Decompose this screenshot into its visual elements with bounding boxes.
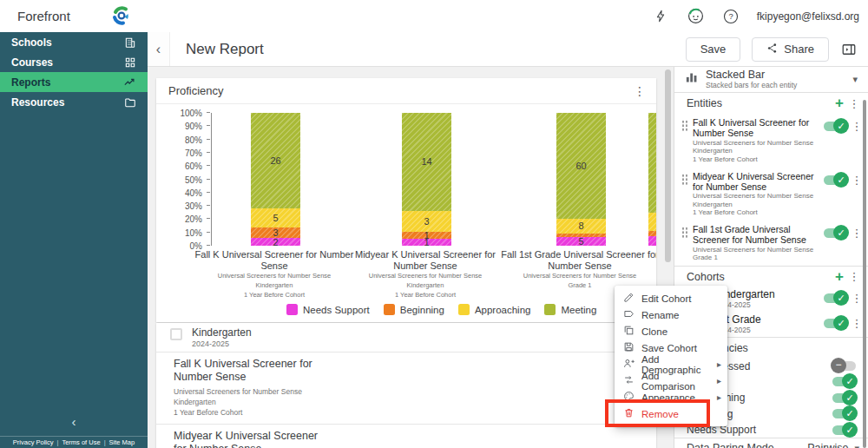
sidebar-item-courses[interactable]: Courses	[0, 52, 148, 72]
menu-item-appearance[interactable]: Appearance ▸	[615, 389, 727, 405]
chart-kebab-menu-icon[interactable]: ⋮	[634, 84, 646, 98]
cohort-checkbox[interactable]	[170, 328, 182, 340]
menu-item-rename[interactable]: Rename	[615, 306, 727, 323]
entity-kebab-menu-icon[interactable]: ⋮	[851, 227, 863, 240]
proficiency-toggle[interactable]	[832, 361, 856, 371]
assessment-row-sub: Kindergarten	[174, 398, 656, 408]
legend-swatch	[286, 304, 298, 315]
entity-visibility-toggle[interactable]	[824, 175, 847, 185]
entity-item[interactable]: Midyear K Universal Screener for Number …	[674, 168, 868, 221]
entities-kebab-menu-icon[interactable]: ⋮	[847, 97, 861, 110]
entity-kebab-menu-icon[interactable]: ⋮	[851, 120, 863, 133]
add-entity-button[interactable]: +	[832, 95, 847, 112]
footer-link[interactable]: Terms of Use	[62, 438, 105, 446]
pencil-icon	[623, 292, 635, 305]
sidebar-item-schools[interactable]: Schools	[0, 32, 148, 52]
cohort-text: Kindergarten 2024-2025	[715, 289, 820, 309]
entity-title: Fall 1st Grade Universal Screener for Nu…	[693, 224, 814, 246]
submenu-arrow-icon: ▸	[717, 392, 721, 402]
entity-visibility-toggle[interactable]	[824, 228, 847, 238]
bar-segment-approaching: 5	[251, 208, 300, 227]
toggle-panel-icon[interactable]	[840, 41, 858, 58]
share-button[interactable]: Share	[752, 37, 829, 62]
bar-segment-meeting: 26	[251, 113, 300, 208]
data-pairing-select[interactable]: Pairwise ▾	[807, 442, 859, 448]
chart-plot-area: 23526113145860	[211, 113, 656, 246]
main-scrollbar-thumb[interactable]	[665, 69, 671, 262]
stacked-bar: 5860	[556, 113, 606, 246]
y-tick-mark	[207, 245, 210, 246]
proficiency-toggle[interactable]	[832, 409, 856, 418]
entity-item[interactable]: Fall 1st Grade Universal Screener for Nu…	[674, 221, 868, 266]
cohort-sub: 2024-2025	[715, 326, 820, 334]
panel-scrollbar-thumb[interactable]	[863, 100, 866, 448]
sidebar-footer: Privacy PolicyTerms of UseSite Map	[0, 436, 148, 448]
lightning-icon[interactable]	[653, 8, 670, 25]
cohort-kebab-menu-icon[interactable]: ⋮	[851, 317, 863, 330]
sidebar-item-reports[interactable]: Reports	[0, 72, 148, 92]
proficiency-toggle[interactable]	[832, 393, 856, 403]
x-axis-label-sub: Universal Screeners for Number Sense	[343, 272, 508, 281]
entities-header-label: Entities	[687, 97, 722, 109]
menu-item-clone[interactable]: Clone	[615, 323, 727, 339]
cohort-row-text: Kindergarten 2024-2025	[192, 327, 252, 348]
bar-segment-needs-support: 5	[556, 237, 606, 246]
cohort-visibility-toggle[interactable]	[824, 293, 847, 303]
drag-handle-icon[interactable]	[681, 174, 688, 185]
x-axis-label-title: Fall 1st Grade Universal Screener for Nu…	[497, 249, 656, 272]
footer-link[interactable]: Site Map	[109, 438, 135, 446]
entities-list: Fall K Universal Screener for Number Sen…	[674, 114, 868, 266]
legend-label: Needs Support	[303, 305, 370, 315]
cohort-kebab-menu-icon[interactable]: ⋮	[851, 292, 863, 305]
footer-link[interactable]: Privacy Policy	[13, 438, 59, 446]
bar-segment-needs-support	[648, 236, 656, 246]
drag-handle-icon[interactable]	[681, 120, 688, 131]
sidebar-item-resources[interactable]: Resources	[0, 92, 148, 112]
menu-item-label: Remove	[641, 409, 679, 419]
drag-handle-icon[interactable]	[681, 227, 688, 238]
menu-item-add-comparison[interactable]: Add Comparison ▸	[615, 372, 727, 389]
entity-visibility-toggle[interactable]	[824, 122, 847, 131]
chart-legend: Needs Support Beginning Approaching	[286, 304, 656, 315]
x-axis-label-sub: Universal Screeners for Number Sense	[192, 272, 357, 281]
bar-segment-beginning: 1	[402, 232, 451, 239]
help-icon[interactable]: ?	[722, 8, 740, 25]
menu-item-edit-cohort[interactable]: Edit Cohort	[615, 290, 727, 306]
x-axis-label-sub: Kindergarten	[192, 281, 357, 291]
menu-item-label: Clone	[641, 326, 667, 337]
assessment-list-row[interactable]: Midyear K Universal Screener for Number …	[156, 425, 656, 448]
submenu-arrow-icon: ▸	[717, 359, 721, 369]
cohort-list-row[interactable]: Kindergarten 2024-2025	[156, 323, 656, 352]
menu-item-remove[interactable]: Remove	[615, 405, 727, 422]
share-label: Share	[784, 43, 814, 56]
entity-kebab-menu-icon[interactable]: ⋮	[851, 174, 863, 187]
proficiency-toggle[interactable]	[832, 377, 856, 386]
y-tick-mark	[207, 205, 210, 206]
toolbar-actions: Save Share	[686, 37, 868, 62]
entity-text: Fall 1st Grade Universal Screener for Nu…	[693, 224, 820, 262]
cohorts-kebab-menu-icon[interactable]: ⋮	[847, 270, 861, 283]
y-tick-label: 20%	[185, 214, 202, 224]
app-root: Forefront	[0, 0, 868, 448]
save-button[interactable]: Save	[686, 37, 741, 62]
y-tick-mark	[207, 232, 210, 233]
assessment-list-row[interactable]: Fall K Universal Screener for Number Sen…	[156, 352, 656, 425]
user-email[interactable]: fkipyegon@felixsd.org	[757, 10, 859, 23]
entities-section-header: Entities + ⋮	[674, 93, 868, 114]
back-button[interactable]: ‹	[148, 32, 170, 66]
cohort-visibility-toggle[interactable]	[824, 319, 847, 328]
chart-type-select[interactable]: Stacked Bar Stacked bars for each entity…	[674, 67, 868, 93]
menu-item-label: Edit Cohort	[641, 293, 692, 304]
y-tick-label: 40%	[185, 188, 202, 197]
add-cohort-button[interactable]: +	[832, 268, 847, 286]
x-axis-label-title: Fall K Universal Screener for Number Sen…	[192, 249, 357, 272]
sidebar-collapse-chevron[interactable]: ‹	[0, 414, 148, 429]
y-tick-label: 30%	[185, 201, 202, 211]
y-tick-label: 70%	[185, 148, 202, 157]
cohort-text: 1st Grade 2024-2025	[715, 314, 820, 334]
avatar-icon[interactable]	[687, 8, 705, 25]
chart-type-title: Stacked Bar	[706, 69, 797, 82]
entity-item[interactable]: Fall K Universal Screener for Number Sen…	[674, 114, 868, 168]
proficiency-toggle[interactable]	[832, 425, 856, 435]
bar-segment-meeting: 14	[402, 113, 451, 211]
